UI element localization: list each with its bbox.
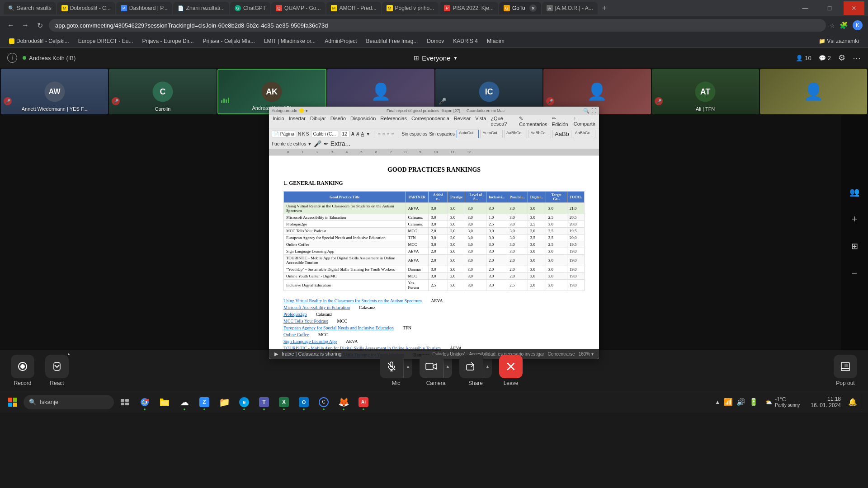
extension-icon[interactable]: 🧩 — [840, 21, 848, 29]
taskbar-app-files[interactable]: 📁 — [215, 393, 233, 411]
tab-quamp[interactable]: Q QUAMP - Go... — [271, 2, 325, 14]
volume-icon[interactable]: 🔊 — [736, 398, 745, 406]
url-input[interactable] — [49, 19, 826, 32]
panel-zoom-out-button[interactable]: − — [845, 264, 863, 282]
participant-count[interactable]: 👤 10 — [796, 55, 811, 61]
taskbar-search[interactable]: 🔍 Iskanje — [24, 395, 114, 409]
video-tile-carolin[interactable]: C 🎤 Carolin — [109, 69, 216, 114]
taskbar-app-chrome[interactable] — [136, 393, 154, 411]
style-heading2[interactable]: AaBbCc... — [528, 130, 552, 138]
doc-link-mcc[interactable]: MCC Tells You: Podcast — [283, 319, 328, 324]
minimize-button[interactable]: ─ — [795, 1, 816, 15]
menu-referencias[interactable]: Referencias — [380, 116, 407, 127]
style-heading1[interactable]: AaBbCc... — [504, 130, 527, 138]
style-titulos[interactable]: AutoCui... — [480, 130, 503, 138]
chat-count[interactable]: 💬 2 — [819, 55, 831, 61]
tab-goto[interactable]: G GoTo ✕ — [499, 2, 541, 14]
menu-comentarios[interactable]: ✎ Comentarios — [519, 116, 547, 127]
align-center[interactable]: ≡ — [382, 131, 385, 136]
react-button[interactable]: React — [45, 355, 69, 386]
show-hidden-icons[interactable]: ▲ — [715, 399, 720, 405]
menu-correspondencia[interactable]: Correspondencia — [411, 116, 449, 127]
tab-search[interactable]: 🔍 Search results — [4, 2, 56, 14]
video-tile-ali[interactable]: AT 🎤 Ali | TFN — [652, 69, 759, 114]
styles-gallery[interactable]: Fuente de estilos ▼ — [272, 141, 312, 146]
doc-link-coffee[interactable]: Online Coffee — [283, 332, 309, 337]
show-desktop-button[interactable] — [861, 394, 864, 410]
profile-icon[interactable]: K — [853, 20, 863, 30]
bookmark-icon[interactable]: ☆ — [830, 22, 835, 29]
refresh-button[interactable]: ↻ — [34, 20, 45, 31]
menu-disenio[interactable]: Diseño — [330, 116, 346, 127]
taskbar-app-firefox[interactable]: 🦊 — [335, 393, 353, 411]
panel-people-button[interactable]: 👥 — [845, 183, 863, 201]
close-icon[interactable]: ✕ — [529, 5, 537, 12]
font-bold[interactable]: A — [351, 131, 354, 136]
align-right[interactable]: ≡ — [387, 131, 390, 136]
taskbar-app-explorer[interactable] — [156, 393, 174, 411]
menu-que-desea[interactable]: ¿Qué desea? — [491, 116, 514, 127]
record-button[interactable]: Record — [11, 355, 34, 386]
style-predeterminado[interactable]: AutoCui... — [457, 130, 479, 138]
forward-button[interactable]: → — [20, 20, 31, 31]
close-window-button[interactable]: ✕ — [844, 1, 864, 15]
align-justify[interactable]: ≡ — [392, 131, 394, 136]
menu-disposicion[interactable]: Disposición — [350, 116, 376, 127]
info-icon[interactable]: i — [7, 53, 17, 63]
doc-link-microsoft[interactable]: Microsoft Accessibility in Education — [283, 305, 350, 310]
taskbar-app-outlook[interactable]: O — [295, 393, 313, 411]
taskbar-app-zoom[interactable]: Z — [195, 393, 213, 411]
menu-edicion[interactable]: ✏ Edición — [552, 116, 569, 127]
weather-widget[interactable]: ⛅ -1°C Partly sunny — [762, 396, 803, 408]
panel-zoom-in-button[interactable]: + — [845, 210, 863, 228]
video-tile-annett[interactable]: AW 🎤 Annett Wiedermann | YES F... — [1, 69, 108, 114]
panel-grid-button[interactable]: ⊞ — [845, 237, 863, 255]
edit-icon[interactable]: ✒ — [323, 140, 329, 147]
taskbar-app-adobe[interactable]: Ai — [354, 393, 373, 411]
bookmarks-folder[interactable]: 📁 Vsi zaznamki — [815, 37, 863, 45]
new-tab-button[interactable]: + — [599, 2, 610, 14]
font-family-selector[interactable]: Calibri (C... — [311, 131, 338, 137]
font-underline[interactable]: A — [361, 131, 364, 136]
start-button[interactable] — [4, 393, 22, 411]
bookmark-beautiful[interactable]: Beautiful Free Imag... — [363, 37, 422, 45]
doc-link-vr[interactable]: Using Virtual Reality in the Classroom f… — [283, 298, 422, 303]
style-more[interactable]: AaBbCc... — [573, 130, 596, 138]
bookmark-domov[interactable]: Domov — [423, 37, 448, 45]
network-icon[interactable]: 📶 — [724, 398, 733, 406]
menu-revisar[interactable]: Revisar — [454, 116, 471, 127]
menu-insertar[interactable]: Insertar — [289, 116, 306, 127]
tab-amor2[interactable]: A [A.M.O.R.] - A... — [542, 2, 598, 14]
popout-button[interactable]: Pop out — [834, 355, 857, 386]
bookmark-kadris[interactable]: KADRIS 4 — [449, 37, 481, 45]
menu-dibujar[interactable]: Dibujar — [310, 116, 326, 127]
share-button[interactable]: ▲ Share — [459, 355, 492, 386]
taskbar-app-taskview[interactable] — [116, 393, 134, 411]
more-options-button[interactable]: ⋯ — [853, 53, 861, 63]
menu-inicio[interactable]: Inicio — [273, 116, 284, 127]
bookmark-europe-direct[interactable]: Europe DIRECT - Eu... — [75, 37, 137, 45]
leave-button[interactable]: Leave — [499, 355, 523, 386]
maximize-button[interactable]: □ — [819, 1, 840, 15]
menu-vista[interactable]: Vista — [475, 116, 486, 127]
everyone-button[interactable]: ⊞ Everyone ▼ — [414, 54, 458, 62]
menu-compartir[interactable]: ↑ Compartir — [574, 116, 595, 127]
style-aabbc[interactable]: AaBb — [552, 130, 571, 138]
bookmark-dobrodosli[interactable]: Dobrodošli! - Celjski... — [5, 37, 73, 45]
bookmark-prijava1[interactable]: Prijava - Europe Dir... — [139, 37, 198, 45]
doc-link-european[interactable]: European Agency for Special Needs and In… — [283, 325, 394, 330]
tab-dashboard[interactable]: P Dashboard | P... — [116, 2, 172, 14]
taskbar-app-onedrive[interactable]: ☁ — [175, 393, 193, 411]
tab-chatgpt[interactable]: G ChatGPT — [230, 2, 270, 14]
doc-search-icon[interactable]: 🔍 — [583, 108, 590, 114]
tab-pisa[interactable]: P PISA 2022: Kje... — [439, 2, 498, 14]
align-left[interactable]: ≡ — [378, 131, 381, 136]
page-view-btn[interactable]: 📄 Página — [272, 131, 296, 137]
bookmark-mladim[interactable]: Mladim — [483, 37, 508, 45]
bookmark-adminproject[interactable]: AdminProject — [321, 37, 360, 45]
doc-link-proloquo[interactable]: Proloquo2go — [283, 312, 307, 317]
tab-amor[interactable]: M AMOR - Pred... — [326, 2, 381, 14]
back-button[interactable]: ← — [5, 20, 16, 31]
settings-button[interactable]: ⚙ — [838, 53, 845, 63]
extras-icon[interactable]: Extra... — [330, 140, 350, 147]
